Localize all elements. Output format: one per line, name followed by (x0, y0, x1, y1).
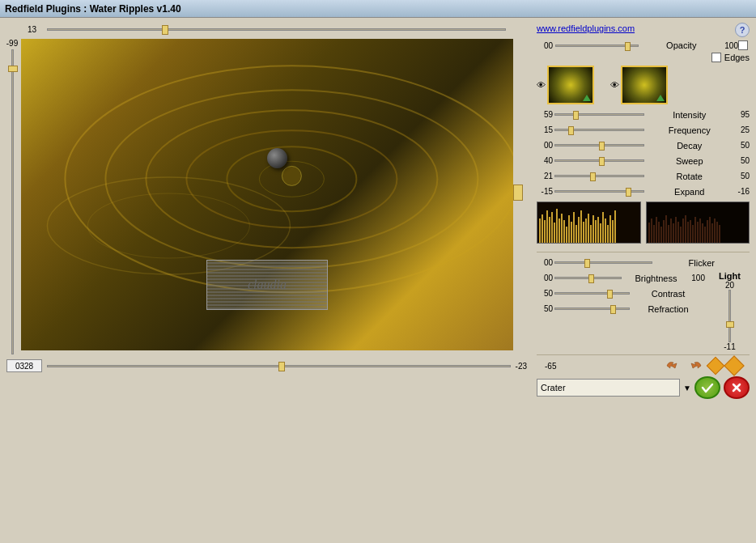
decay-row: 00 Decay 50 (537, 138, 750, 152)
bottom-h-track[interactable] (47, 365, 511, 367)
preview-thumb-2[interactable] (621, 66, 668, 104)
bright-label: Brightness (623, 274, 689, 283)
right-canvas-handle[interactable] (513, 185, 523, 201)
refraction-thumb[interactable] (610, 305, 616, 314)
decay-thumb[interactable] (599, 142, 605, 151)
preset-dropdown[interactable]: CraterWaveRippleStorm (537, 379, 680, 397)
svg-rect-37 (607, 225, 609, 243)
diamond-icon-2[interactable] (724, 355, 744, 375)
icon-group (664, 358, 741, 373)
sweep-track[interactable] (554, 159, 644, 162)
undo-icon[interactable] (664, 358, 682, 373)
waveform-box-1[interactable] (537, 202, 641, 244)
sweep-thumb[interactable] (599, 157, 605, 166)
bright-track[interactable] (554, 277, 622, 279)
website-link[interactable]: www.redfieldplugins.com (537, 23, 635, 33)
intensity-track[interactable] (554, 113, 644, 116)
svg-rect-34 (600, 223, 601, 243)
rotate-track[interactable] (554, 175, 644, 177)
contrast-thumb[interactable] (607, 290, 613, 299)
light-bottom-val: -11 (724, 342, 735, 351)
svg-rect-36 (605, 218, 606, 243)
left-v-val: -99 (6, 39, 18, 48)
svg-rect-38 (609, 215, 611, 243)
diamond-icon-1[interactable] (707, 357, 725, 375)
rotate-row: 21 Rotate 50 (537, 169, 750, 183)
svg-rect-69 (716, 222, 718, 243)
svg-rect-28 (585, 218, 587, 243)
opacity-thumb[interactable] (625, 42, 631, 51)
svg-rect-45 (658, 222, 660, 243)
triangle-badge-1 (583, 95, 591, 101)
opacity-checkbox[interactable] (738, 40, 748, 50)
params-col: 00 Brightness 100 50 Contrast (537, 271, 705, 351)
main-container: 13 -99 (0, 18, 756, 543)
flicker-track[interactable] (554, 261, 652, 264)
svg-rect-31 (592, 215, 594, 243)
help-button[interactable]: ? (735, 23, 750, 37)
light-v-track[interactable] (728, 290, 731, 342)
svg-rect-11 (544, 220, 546, 243)
intensity-thumb[interactable] (573, 111, 579, 120)
waveform-box-2[interactable] (646, 202, 750, 244)
svg-rect-29 (588, 214, 589, 243)
svg-rect-67 (711, 223, 713, 243)
contrast-left: 50 (537, 289, 553, 298)
svg-rect-22 (571, 222, 572, 243)
freq-track[interactable] (554, 129, 644, 131)
bright-thumb[interactable] (588, 274, 594, 283)
svg-rect-54 (680, 227, 682, 243)
waveform-svg-2 (647, 202, 750, 243)
ok-button[interactable] (694, 376, 720, 399)
expand-row: -15 Expand -16 (537, 185, 750, 198)
waveform-row (537, 202, 750, 244)
preview-row: 👁 👁 (537, 66, 750, 104)
svg-rect-13 (549, 217, 550, 243)
svg-rect-43 (653, 225, 655, 243)
sweep-left: 40 (537, 156, 553, 165)
logo-text: claudia (248, 278, 287, 292)
opacity-right-val: 100 (722, 41, 738, 50)
expand-track[interactable] (554, 190, 644, 193)
svg-rect-68 (714, 218, 716, 243)
ok-checkmark (700, 381, 715, 394)
svg-rect-20 (566, 227, 567, 243)
decay-track[interactable] (554, 144, 644, 146)
svg-rect-50 (670, 218, 672, 243)
refraction-track[interactable] (554, 308, 630, 310)
intensity-right: 95 (733, 110, 750, 119)
left-v-thumb[interactable] (8, 66, 18, 72)
expand-label: Expand (646, 187, 734, 197)
svg-rect-61 (697, 222, 699, 243)
svg-rect-21 (568, 215, 570, 243)
rotate-right: 50 (733, 172, 750, 180)
freq-thumb[interactable] (568, 126, 574, 135)
top-h-thumb[interactable] (162, 25, 168, 35)
edges-checkbox[interactable] (711, 53, 721, 62)
expand-thumb[interactable] (626, 188, 631, 197)
svg-rect-64 (704, 227, 706, 243)
top-h-track[interactable] (47, 28, 506, 31)
preview-thumb-1[interactable] (547, 66, 594, 104)
right-panel: www.redfieldplugins.com ? 00 Opacity 100… (530, 18, 756, 543)
opacity-track[interactable] (555, 45, 639, 47)
decay-right: 50 (733, 141, 750, 150)
top-right-header: www.redfieldplugins.com ? (537, 23, 750, 37)
light-v-thumb[interactable] (726, 321, 734, 328)
flicker-left: 00 (537, 258, 553, 267)
svg-rect-26 (580, 210, 582, 243)
val-65: -65 (545, 362, 556, 371)
svg-rect-51 (673, 223, 674, 243)
cancel-button[interactable] (724, 376, 750, 399)
bottom-h-thumb[interactable] (278, 362, 285, 371)
svg-rect-10 (542, 214, 543, 243)
contrast-track[interactable] (554, 292, 630, 295)
refraction-left: 50 (537, 304, 553, 313)
rotate-thumb[interactable] (590, 172, 596, 181)
redo-icon[interactable] (686, 358, 704, 373)
svg-rect-62 (699, 218, 701, 243)
svg-rect-58 (690, 220, 691, 243)
left-v-track[interactable] (11, 49, 14, 354)
flicker-thumb[interactable] (584, 259, 590, 268)
svg-rect-55 (682, 218, 684, 243)
